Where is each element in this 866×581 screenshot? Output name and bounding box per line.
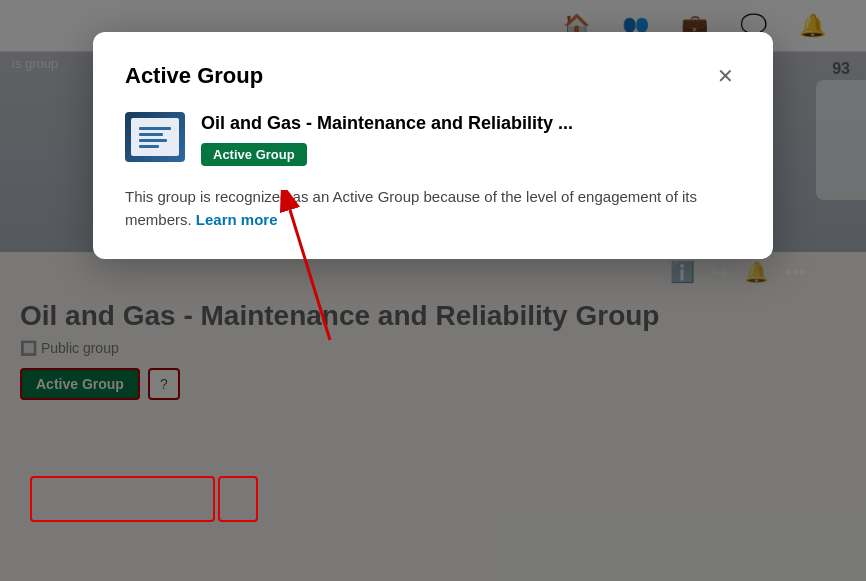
thumbnail-line-3 <box>139 139 167 142</box>
thumbnail-inner <box>131 118 179 156</box>
modal-description: This group is recognized as an Active Gr… <box>125 186 741 231</box>
thumbnail-decoration <box>139 127 171 148</box>
thumbnail-line-2 <box>139 133 163 136</box>
modal-close-button[interactable]: ✕ <box>709 60 741 92</box>
modal-title: Active Group <box>125 63 263 89</box>
active-group-modal: Active Group ✕ Oil and Gas - Maintenance… <box>93 32 773 259</box>
modal-group-info: Oil and Gas - Maintenance and Reliabilit… <box>201 112 741 166</box>
modal-group-row: Oil and Gas - Maintenance and Reliabilit… <box>125 112 741 166</box>
thumbnail-line-1 <box>139 127 171 130</box>
modal-header: Active Group ✕ <box>125 60 741 92</box>
thumbnail-line-4 <box>139 145 159 148</box>
close-icon: ✕ <box>717 64 734 88</box>
group-thumbnail <box>125 112 185 162</box>
learn-more-link[interactable]: Learn more <box>196 211 278 228</box>
modal-group-name: Oil and Gas - Maintenance and Reliabilit… <box>201 112 741 135</box>
active-group-badge: Active Group <box>201 143 307 166</box>
